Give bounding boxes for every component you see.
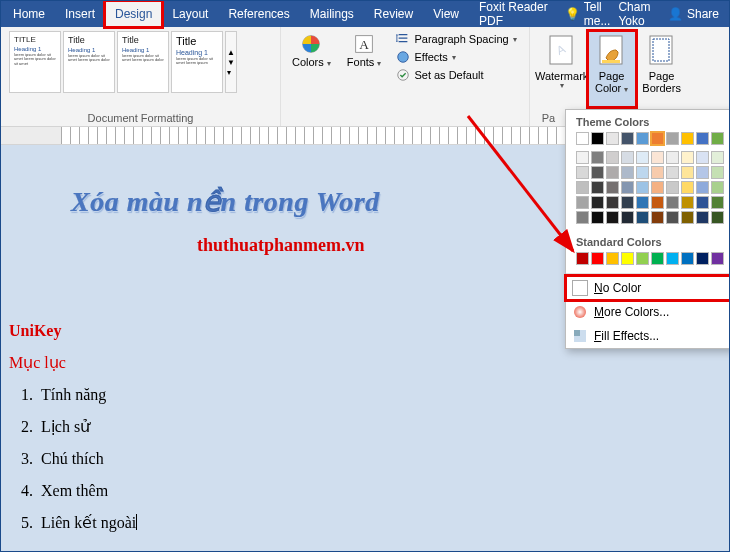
color-swatch[interactable] — [711, 151, 724, 164]
list-item[interactable]: Xem thêm — [37, 475, 137, 507]
color-swatch[interactable] — [606, 211, 619, 224]
color-swatch[interactable] — [576, 211, 589, 224]
color-swatch[interactable] — [681, 166, 694, 179]
document-formatting-gallery[interactable]: TITLE Heading 1 lorem ipsum dolor sit am… — [9, 31, 272, 110]
color-swatch[interactable] — [636, 181, 649, 194]
tell-me[interactable]: 💡 Tell me... — [565, 0, 611, 28]
gallery-up-icon[interactable]: ▲ — [227, 48, 235, 57]
tab-design[interactable]: Design — [105, 1, 162, 27]
page-borders-button[interactable]: Page Borders — [638, 31, 686, 107]
color-swatch[interactable] — [651, 151, 664, 164]
color-swatch[interactable] — [576, 252, 589, 265]
color-swatch[interactable] — [651, 252, 664, 265]
color-swatch[interactable] — [621, 166, 634, 179]
wordart-title[interactable]: Xóa màu nền trong Word — [71, 185, 380, 218]
color-swatch[interactable] — [591, 252, 604, 265]
list-item[interactable]: Tính năng — [37, 379, 137, 411]
color-swatch[interactable] — [651, 196, 664, 209]
paragraph-spacing-button[interactable]: Paragraph Spacing ▾ — [392, 31, 520, 47]
color-swatch[interactable] — [621, 132, 634, 145]
color-swatch[interactable] — [591, 151, 604, 164]
color-swatch[interactable] — [606, 196, 619, 209]
color-swatch[interactable] — [636, 252, 649, 265]
list-item[interactable]: Liên kết ngoài — [37, 507, 137, 539]
user-name[interactable]: Cham Yoko — [618, 0, 660, 28]
color-swatch[interactable] — [576, 196, 589, 209]
color-swatch[interactable] — [711, 166, 724, 179]
color-swatch[interactable] — [606, 166, 619, 179]
color-swatch[interactable] — [711, 252, 724, 265]
color-swatch[interactable] — [666, 151, 679, 164]
color-swatch[interactable] — [651, 211, 664, 224]
color-swatch[interactable] — [666, 196, 679, 209]
color-swatch[interactable] — [681, 252, 694, 265]
color-swatch[interactable] — [621, 211, 634, 224]
color-swatch[interactable] — [621, 151, 634, 164]
color-swatch[interactable] — [591, 196, 604, 209]
colors-button[interactable]: Colors ▾ — [287, 31, 336, 71]
color-swatch[interactable] — [636, 151, 649, 164]
color-swatch[interactable] — [696, 196, 709, 209]
color-swatch[interactable] — [621, 196, 634, 209]
color-swatch[interactable] — [606, 252, 619, 265]
list-item[interactable]: Lịch sử — [37, 411, 137, 443]
effects-button[interactable]: Effects ▾ — [392, 49, 520, 65]
color-swatch[interactable] — [591, 211, 604, 224]
theme-preview[interactable]: TITLE Heading 1 lorem ipsum dolor sit am… — [9, 31, 61, 93]
color-swatch[interactable] — [696, 166, 709, 179]
tab-review[interactable]: Review — [364, 1, 423, 27]
color-swatch[interactable] — [636, 211, 649, 224]
theme-preview[interactable]: Title Heading 1 lorem ipsum dolor sit am… — [171, 31, 223, 93]
color-swatch[interactable] — [606, 132, 619, 145]
theme-preview[interactable]: Title Heading 1 lorem ipsum dolor sit am… — [117, 31, 169, 93]
tab-references[interactable]: References — [218, 1, 299, 27]
color-swatch[interactable] — [621, 181, 634, 194]
color-swatch[interactable] — [591, 166, 604, 179]
color-swatch[interactable] — [696, 181, 709, 194]
color-swatch[interactable] — [711, 196, 724, 209]
color-swatch[interactable] — [576, 166, 589, 179]
more-colors-menuitem[interactable]: More Colors... — [566, 300, 730, 324]
color-swatch[interactable] — [666, 181, 679, 194]
color-swatch[interactable] — [576, 151, 589, 164]
tab-insert[interactable]: Insert — [55, 1, 105, 27]
tab-home[interactable]: Home — [3, 1, 55, 27]
color-swatch[interactable] — [696, 132, 709, 145]
tab-foxit[interactable]: Foxit Reader PDF — [469, 1, 565, 27]
theme-preview[interactable]: Title Heading 1 lorem ipsum dolor sit am… — [63, 31, 115, 93]
document-body[interactable]: UniKey Mục lục Tính năng Lịch sử Chú thí… — [9, 315, 137, 539]
color-swatch[interactable] — [666, 252, 679, 265]
gallery-down-icon[interactable]: ▼ — [227, 58, 235, 67]
color-swatch[interactable] — [636, 196, 649, 209]
color-swatch[interactable] — [666, 132, 679, 145]
tab-mailings[interactable]: Mailings — [300, 1, 364, 27]
color-swatch[interactable] — [591, 181, 604, 194]
color-swatch[interactable] — [681, 196, 694, 209]
document-url-text[interactable]: thuthuatphanmem.vn — [197, 235, 365, 256]
color-swatch[interactable] — [666, 211, 679, 224]
color-swatch[interactable] — [696, 252, 709, 265]
page-color-button[interactable]: Page Color ▾ — [588, 31, 636, 107]
color-swatch[interactable] — [606, 181, 619, 194]
color-swatch[interactable] — [651, 181, 664, 194]
color-swatch[interactable] — [576, 181, 589, 194]
gallery-more-icon[interactable]: ▾ — [227, 68, 235, 77]
color-swatch[interactable] — [681, 132, 694, 145]
tab-view[interactable]: View — [423, 1, 469, 27]
heading-unikey[interactable]: UniKey — [9, 315, 137, 347]
color-swatch[interactable] — [681, 151, 694, 164]
color-swatch[interactable] — [711, 132, 724, 145]
color-swatch[interactable] — [576, 132, 589, 145]
color-swatch[interactable] — [711, 211, 724, 224]
color-swatch[interactable] — [711, 181, 724, 194]
heading-mucluc[interactable]: Mục lục — [9, 347, 137, 379]
color-swatch[interactable] — [696, 151, 709, 164]
list-item[interactable]: Chú thích — [37, 443, 137, 475]
no-color-menuitem[interactable]: No Color — [566, 276, 730, 300]
fonts-button[interactable]: A Fonts ▾ — [342, 31, 387, 71]
color-swatch[interactable] — [696, 211, 709, 224]
color-swatch[interactable] — [651, 166, 664, 179]
set-as-default-button[interactable]: Set as Default — [392, 67, 520, 83]
color-swatch[interactable] — [666, 166, 679, 179]
color-swatch[interactable] — [606, 151, 619, 164]
